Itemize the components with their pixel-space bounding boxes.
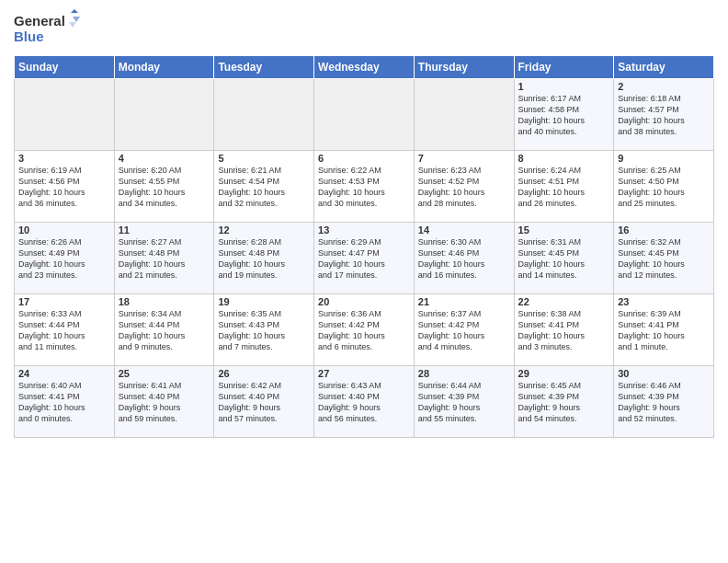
calendar-cell: 20Sunrise: 6:36 AM Sunset: 4:42 PM Dayli… bbox=[314, 294, 415, 366]
day-number: 19 bbox=[218, 296, 310, 307]
day-info: Sunrise: 6:20 AM Sunset: 4:55 PM Dayligh… bbox=[119, 165, 210, 210]
day-info: Sunrise: 6:32 AM Sunset: 4:45 PM Dayligh… bbox=[618, 236, 710, 282]
calendar-cell: 21Sunrise: 6:37 AM Sunset: 4:42 PM Dayli… bbox=[414, 294, 514, 366]
day-info: Sunrise: 6:40 AM Sunset: 4:41 PM Dayligh… bbox=[18, 380, 110, 425]
day-number: 9 bbox=[618, 153, 710, 164]
day-info: Sunrise: 6:18 AM Sunset: 4:57 PM Dayligh… bbox=[618, 93, 710, 138]
day-number: 6 bbox=[318, 153, 410, 164]
calendar-week-5: 24Sunrise: 6:40 AM Sunset: 4:41 PM Dayli… bbox=[15, 366, 714, 438]
weekday-header-wednesday: Wednesday bbox=[314, 56, 415, 79]
day-number: 30 bbox=[618, 368, 710, 379]
day-info: Sunrise: 6:36 AM Sunset: 4:42 PM Dayligh… bbox=[318, 308, 410, 353]
day-number: 24 bbox=[18, 368, 110, 379]
day-number: 11 bbox=[119, 224, 210, 236]
day-number: 23 bbox=[618, 296, 710, 307]
day-number: 25 bbox=[119, 368, 210, 379]
day-info: Sunrise: 6:19 AM Sunset: 4:56 PM Dayligh… bbox=[18, 165, 110, 210]
calendar-cell: 27Sunrise: 6:43 AM Sunset: 4:40 PM Dayli… bbox=[314, 366, 415, 438]
calendar-week-4: 17Sunrise: 6:33 AM Sunset: 4:44 PM Dayli… bbox=[15, 294, 714, 366]
calendar-cell: 6Sunrise: 6:22 AM Sunset: 4:53 PM Daylig… bbox=[314, 151, 415, 223]
calendar-cell: 16Sunrise: 6:32 AM Sunset: 4:45 PM Dayli… bbox=[614, 223, 714, 294]
calendar-cell bbox=[414, 79, 514, 151]
day-info: Sunrise: 6:26 AM Sunset: 4:49 PM Dayligh… bbox=[18, 236, 110, 282]
day-number: 28 bbox=[418, 368, 510, 379]
calendar-cell: 5Sunrise: 6:21 AM Sunset: 4:54 PM Daylig… bbox=[214, 151, 314, 223]
weekday-header-friday: Friday bbox=[514, 56, 614, 79]
logo-svg: General Blue bbox=[14, 9, 87, 50]
day-number: 7 bbox=[418, 153, 510, 164]
day-number: 12 bbox=[218, 224, 310, 236]
day-number: 29 bbox=[518, 368, 610, 379]
calendar-cell: 26Sunrise: 6:42 AM Sunset: 4:40 PM Dayli… bbox=[214, 366, 314, 438]
calendar-cell: 24Sunrise: 6:40 AM Sunset: 4:41 PM Dayli… bbox=[15, 366, 115, 438]
day-number: 14 bbox=[418, 224, 510, 236]
calendar-cell bbox=[214, 79, 314, 151]
day-number: 15 bbox=[518, 224, 610, 236]
day-number: 4 bbox=[119, 153, 210, 164]
day-info: Sunrise: 6:23 AM Sunset: 4:52 PM Dayligh… bbox=[418, 165, 510, 210]
day-number: 2 bbox=[618, 81, 710, 92]
calendar-cell: 23Sunrise: 6:39 AM Sunset: 4:41 PM Dayli… bbox=[614, 294, 714, 366]
day-number: 27 bbox=[318, 368, 410, 379]
weekday-header-monday: Monday bbox=[114, 56, 214, 79]
day-info: Sunrise: 6:25 AM Sunset: 4:50 PM Dayligh… bbox=[618, 165, 710, 210]
calendar-cell: 14Sunrise: 6:30 AM Sunset: 4:46 PM Dayli… bbox=[414, 223, 514, 294]
svg-text:General: General bbox=[14, 13, 65, 29]
day-info: Sunrise: 6:45 AM Sunset: 4:39 PM Dayligh… bbox=[518, 380, 610, 425]
calendar-week-3: 10Sunrise: 6:26 AM Sunset: 4:49 PM Dayli… bbox=[15, 223, 714, 294]
day-info: Sunrise: 6:17 AM Sunset: 4:58 PM Dayligh… bbox=[518, 93, 610, 138]
day-info: Sunrise: 6:29 AM Sunset: 4:47 PM Dayligh… bbox=[318, 236, 410, 282]
day-info: Sunrise: 6:46 AM Sunset: 4:39 PM Dayligh… bbox=[618, 380, 710, 425]
day-number: 13 bbox=[318, 224, 410, 236]
day-number: 22 bbox=[518, 296, 610, 307]
calendar-cell: 19Sunrise: 6:35 AM Sunset: 4:43 PM Dayli… bbox=[214, 294, 314, 366]
weekday-header-sunday: Sunday bbox=[15, 56, 115, 79]
calendar-week-1: 1Sunrise: 6:17 AM Sunset: 4:58 PM Daylig… bbox=[15, 79, 714, 151]
day-number: 17 bbox=[18, 296, 110, 307]
day-number: 8 bbox=[518, 153, 610, 164]
calendar-cell: 15Sunrise: 6:31 AM Sunset: 4:45 PM Dayli… bbox=[514, 223, 614, 294]
logo: General Blue bbox=[14, 9, 87, 50]
calendar-cell: 4Sunrise: 6:20 AM Sunset: 4:55 PM Daylig… bbox=[114, 151, 214, 223]
day-number: 10 bbox=[18, 224, 110, 236]
day-info: Sunrise: 6:33 AM Sunset: 4:44 PM Dayligh… bbox=[18, 308, 110, 353]
svg-marker-4 bbox=[69, 22, 76, 28]
calendar-cell: 1Sunrise: 6:17 AM Sunset: 4:58 PM Daylig… bbox=[514, 79, 614, 151]
svg-text:Blue: Blue bbox=[14, 29, 44, 44]
day-info: Sunrise: 6:41 AM Sunset: 4:40 PM Dayligh… bbox=[119, 380, 210, 425]
day-number: 26 bbox=[218, 368, 310, 379]
calendar-cell: 11Sunrise: 6:27 AM Sunset: 4:48 PM Dayli… bbox=[114, 223, 214, 294]
day-number: 5 bbox=[218, 153, 310, 164]
day-info: Sunrise: 6:21 AM Sunset: 4:54 PM Dayligh… bbox=[218, 165, 310, 210]
day-info: Sunrise: 6:28 AM Sunset: 4:48 PM Dayligh… bbox=[218, 236, 310, 282]
weekday-header-row: SundayMondayTuesdayWednesdayThursdayFrid… bbox=[15, 56, 714, 79]
calendar-table: SundayMondayTuesdayWednesdayThursdayFrid… bbox=[14, 55, 714, 438]
calendar-cell: 30Sunrise: 6:46 AM Sunset: 4:39 PM Dayli… bbox=[614, 366, 714, 438]
calendar-cell: 10Sunrise: 6:26 AM Sunset: 4:49 PM Dayli… bbox=[15, 223, 115, 294]
calendar-cell: 22Sunrise: 6:38 AM Sunset: 4:41 PM Dayli… bbox=[514, 294, 614, 366]
day-info: Sunrise: 6:39 AM Sunset: 4:41 PM Dayligh… bbox=[618, 308, 710, 353]
day-info: Sunrise: 6:30 AM Sunset: 4:46 PM Dayligh… bbox=[418, 236, 510, 282]
svg-marker-3 bbox=[73, 17, 80, 22]
page-container: General Blue SundayMondayTuesdayWednesda… bbox=[0, 0, 728, 442]
svg-marker-2 bbox=[71, 9, 78, 13]
calendar-cell: 29Sunrise: 6:45 AM Sunset: 4:39 PM Dayli… bbox=[514, 366, 614, 438]
calendar-cell bbox=[114, 79, 214, 151]
day-number: 21 bbox=[418, 296, 510, 307]
calendar-cell: 17Sunrise: 6:33 AM Sunset: 4:44 PM Dayli… bbox=[15, 294, 115, 366]
calendar-cell: 18Sunrise: 6:34 AM Sunset: 4:44 PM Dayli… bbox=[114, 294, 214, 366]
calendar-cell: 25Sunrise: 6:41 AM Sunset: 4:40 PM Dayli… bbox=[114, 366, 214, 438]
day-info: Sunrise: 6:24 AM Sunset: 4:51 PM Dayligh… bbox=[518, 165, 610, 210]
calendar-cell: 8Sunrise: 6:24 AM Sunset: 4:51 PM Daylig… bbox=[514, 151, 614, 223]
day-info: Sunrise: 6:34 AM Sunset: 4:44 PM Dayligh… bbox=[119, 308, 210, 353]
day-number: 16 bbox=[618, 224, 710, 236]
day-info: Sunrise: 6:35 AM Sunset: 4:43 PM Dayligh… bbox=[218, 308, 310, 353]
weekday-header-thursday: Thursday bbox=[414, 56, 514, 79]
day-number: 1 bbox=[518, 81, 610, 92]
calendar-cell: 7Sunrise: 6:23 AM Sunset: 4:52 PM Daylig… bbox=[414, 151, 514, 223]
day-info: Sunrise: 6:38 AM Sunset: 4:41 PM Dayligh… bbox=[518, 308, 610, 353]
day-number: 20 bbox=[318, 296, 410, 307]
calendar-cell: 3Sunrise: 6:19 AM Sunset: 4:56 PM Daylig… bbox=[15, 151, 115, 223]
day-info: Sunrise: 6:22 AM Sunset: 4:53 PM Dayligh… bbox=[318, 165, 410, 210]
day-number: 18 bbox=[119, 296, 210, 307]
